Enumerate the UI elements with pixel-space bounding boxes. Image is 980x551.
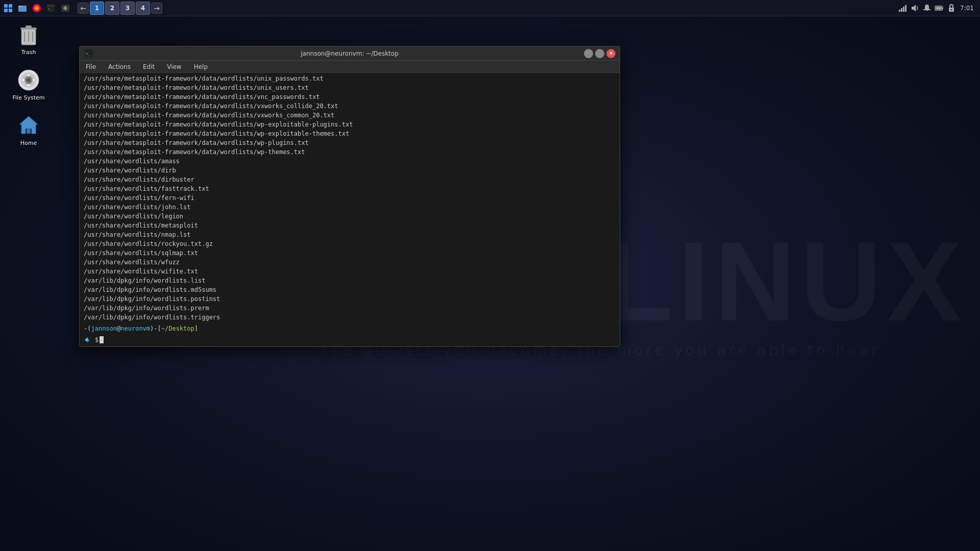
list-item: /usr/share/metasploit-framework/data/wor… (84, 102, 616, 111)
list-item: /usr/share/metasploit-framework/data/wor… (84, 120, 616, 129)
trash-label: Trash (21, 49, 36, 56)
list-item: /usr/share/wordlists/wfuzz (84, 258, 616, 267)
terminal-content[interactable]: /usr/share/metasploit-framework/data/wor… (80, 73, 620, 346)
svg-point-27 (951, 9, 952, 10)
list-item: /var/lib/dpkg/info/wordlists.postinst (84, 294, 616, 304)
list-item: /usr/share/wordlists/john.lst (84, 203, 616, 212)
workspace-buttons: ← 1 2 3 4 → (78, 2, 162, 15)
cursor-blink (100, 336, 104, 343)
term-prompt-line: -(jannson@neuronvm)-[~/Desktop] (84, 324, 616, 333)
list-item: /var/lib/dpkg/info/wordlists.triggers (84, 313, 616, 322)
list-item: /var/lib/dpkg/info/wordlists.list (84, 276, 616, 285)
list-item: /usr/share/metasploit-framework/data/wor… (84, 138, 616, 147)
terminal-title: jannson@neuronvm: ~/Desktop (301, 50, 399, 57)
svg-text:>_: >_ (48, 7, 53, 11)
list-item: /usr/share/metasploit-framework/data/wor… (84, 147, 616, 157)
home-icon-img (16, 113, 41, 138)
prompt-arrow-icon: $ (84, 336, 91, 343)
clock: 7:01 (960, 5, 974, 12)
terminal-minimize-btn[interactable] (584, 49, 593, 58)
menu-edit[interactable]: Edit (141, 62, 157, 71)
taskbar: >_ ← 1 2 3 4 → (0, 0, 980, 16)
list-item: /var/lib/dpkg/info/wordlists.md5sums (84, 285, 616, 294)
svg-point-39 (28, 84, 30, 86)
menu-help[interactable]: Help (192, 62, 210, 71)
workspace-4-btn[interactable]: 4 (136, 2, 150, 15)
list-item: /usr/share/wordlists/wifite.txt (84, 267, 616, 276)
terminal-titlebar: >_ jannson@neuronvm: ~/Desktop ✕ (80, 46, 620, 61)
file-manager-taskbar-icon[interactable] (16, 2, 29, 14)
list-item: /usr/share/wordlists/dirb (84, 166, 616, 175)
svg-rect-25 (936, 7, 942, 9)
svg-marker-20 (912, 5, 916, 12)
terminal-taskbar-icon[interactable]: >_ (45, 2, 57, 14)
list-item: /usr/share/wordlists/amass (84, 157, 616, 166)
home-label: Home (20, 140, 37, 146)
svg-rect-1 (9, 4, 12, 8)
filesystem-label: File System (13, 94, 45, 101)
svg-point-41 (33, 79, 35, 81)
list-item: /usr/share/metasploit-framework/data/wor… (84, 129, 616, 138)
notification-icon (922, 4, 932, 13)
list-item: /usr/share/wordlists/rockyou.txt.gz (84, 239, 616, 248)
svg-point-38 (28, 74, 30, 76)
browser-taskbar-icon[interactable] (31, 2, 43, 14)
svg-rect-30 (26, 26, 32, 29)
svg-rect-19 (905, 5, 906, 12)
list-item: /usr/share/metasploit-framework/data/wor… (84, 74, 616, 83)
list-item: /usr/share/wordlists/dirbuster (84, 175, 616, 184)
taskbar-left: >_ ← 1 2 3 4 → (0, 2, 162, 15)
svg-point-8 (36, 7, 38, 9)
network-icon (898, 4, 907, 13)
app-launcher-icon[interactable] (2, 2, 14, 14)
list-item: /usr/share/wordlists/sqlmap.txt (84, 248, 616, 258)
filesystem-icon-img (16, 68, 41, 92)
list-item: /usr/share/metasploit-framework/data/wor… (84, 83, 616, 92)
terminal-menu: File Actions Edit View Help (80, 61, 620, 73)
svg-rect-5 (18, 6, 22, 7)
taskbar-right: 7:01 (898, 4, 980, 13)
list-item: /usr/share/wordlists/fasttrack.txt (84, 184, 616, 193)
term-cursor-line: $ $ (84, 335, 616, 344)
svg-point-37 (27, 78, 31, 82)
svg-rect-16 (899, 10, 900, 12)
list-item: /usr/share/wordlists/fern-wifi (84, 193, 616, 203)
terminal-body: /usr/share/metasploit-framework/data/wor… (80, 73, 620, 346)
svg-rect-3 (9, 9, 12, 12)
svg-rect-43 (27, 129, 31, 134)
terminal-maximize-btn[interactable] (595, 49, 604, 58)
menu-actions[interactable]: Actions (106, 62, 133, 71)
volume-icon (910, 4, 919, 13)
workspace-2-btn[interactable]: 2 (105, 2, 119, 15)
desktop-icons: Trash File System Home (10, 20, 47, 148)
workspace-prev-btn[interactable]: ← (78, 3, 89, 14)
trash-icon-desktop[interactable]: Trash (10, 20, 47, 58)
svg-text:>_: >_ (86, 52, 91, 56)
terminal-close-btn[interactable]: ✕ (606, 49, 616, 58)
list-item: /usr/share/wordlists/nmap.lst (84, 230, 616, 239)
menu-file[interactable]: File (84, 62, 98, 71)
list-item: /var/lib/dpkg/info/wordlists.prerm (84, 304, 616, 313)
list-item: /usr/share/wordlists/legion (84, 212, 616, 221)
nav-icon[interactable] (59, 2, 71, 14)
lock-icon (947, 4, 956, 13)
terminal-controls: ✕ (584, 49, 616, 58)
system-tray-icons (898, 4, 956, 13)
filesystem-icon-desktop[interactable]: File System (10, 66, 47, 103)
workspace-3-btn[interactable]: 3 (120, 2, 135, 15)
svg-rect-17 (901, 8, 902, 12)
workspace-next-btn[interactable]: → (151, 3, 162, 14)
trash-icon-img (16, 22, 41, 47)
svg-point-40 (22, 79, 24, 81)
svg-rect-18 (903, 7, 904, 12)
svg-rect-0 (4, 4, 8, 8)
workspace-1-btn[interactable]: 1 (90, 2, 104, 15)
terminal-titlebar-icon: >_ (84, 48, 94, 59)
menu-view[interactable]: View (165, 62, 183, 71)
svg-rect-22 (923, 9, 930, 10)
svg-rect-10 (47, 5, 55, 7)
list-item: /usr/share/metasploit-framework/data/wor… (84, 111, 616, 120)
svg-rect-2 (4, 9, 8, 12)
svg-text:$: $ (87, 338, 89, 342)
home-icon-desktop[interactable]: Home (10, 111, 47, 148)
